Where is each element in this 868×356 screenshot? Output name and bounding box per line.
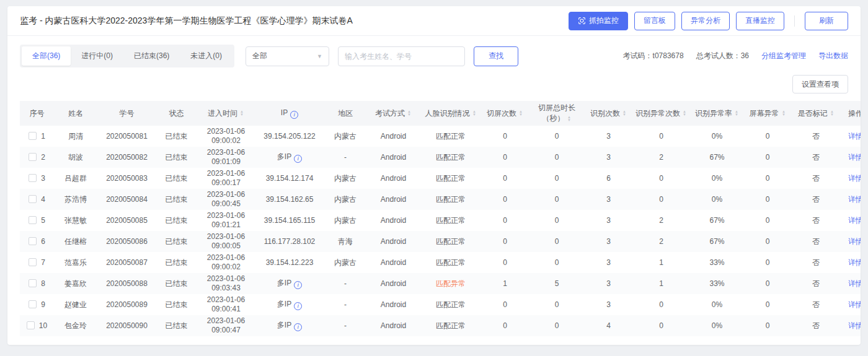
sort-icon[interactable]: ▲▼ bbox=[622, 110, 627, 116]
refresh-button[interactable]: 刷新 bbox=[805, 12, 848, 30]
enter-date: 2023-01-06 bbox=[198, 148, 254, 157]
tab-not-entered[interactable]: 未进入(0) bbox=[180, 46, 232, 66]
table-row: 3吕超群2020050083已结束2023-01-0609:00:1739.15… bbox=[20, 168, 861, 189]
cell-recog-abnormal-count: 1 bbox=[632, 273, 691, 294]
caret-down-icon: ▼ bbox=[240, 114, 244, 116]
live-monitor-button[interactable]: 直播监控 bbox=[736, 12, 784, 30]
sort-icon[interactable]: ▲▼ bbox=[239, 110, 244, 116]
face-status-badge: 匹配正常 bbox=[436, 174, 466, 183]
col-header-13[interactable]: 识别异常次数▲▼ bbox=[632, 101, 691, 126]
anomaly-analysis-button[interactable]: 异常分析 bbox=[681, 12, 730, 30]
cell-switch-count: 0 bbox=[482, 210, 528, 231]
detail-link[interactable]: 详情 bbox=[848, 195, 861, 204]
col-header-14[interactable]: 识别异常率▲▼ bbox=[691, 101, 743, 126]
row-checkbox[interactable] bbox=[29, 195, 37, 203]
col-header-label: 人脸识别情况 bbox=[425, 109, 470, 118]
search-input[interactable] bbox=[338, 46, 465, 66]
search-button[interactable]: 查找 bbox=[474, 46, 518, 66]
cell-recog-abnormal-count: 1 bbox=[632, 252, 691, 273]
detail-link[interactable]: 详情 bbox=[848, 258, 861, 267]
message-board-button[interactable]: 留言板 bbox=[634, 12, 675, 30]
cell-recog-count: 3 bbox=[585, 231, 632, 252]
col-header-15[interactable]: 屏幕异常▲▼ bbox=[743, 101, 792, 126]
col-header-label: 序号 bbox=[30, 109, 45, 118]
enter-date: 2023-01-06 bbox=[198, 295, 254, 305]
sort-icon[interactable]: ▲▼ bbox=[567, 116, 572, 122]
cell-student-id: 2020050081 bbox=[97, 126, 156, 147]
col-header-10[interactable]: 切屏次数▲▼ bbox=[482, 101, 528, 126]
detail-link[interactable]: 详情 bbox=[848, 216, 861, 225]
row-checkbox[interactable] bbox=[29, 279, 37, 287]
row-checkbox[interactable] bbox=[29, 300, 37, 308]
cell-recog-abnormal-rate: 67% bbox=[691, 231, 743, 252]
tab-in-progress[interactable]: 进行中(0) bbox=[71, 46, 123, 66]
status-select[interactable]: 全部 ▼ bbox=[246, 46, 329, 66]
cell-marked: 否 bbox=[792, 315, 840, 336]
col-header-12[interactable]: 识别次数▲▼ bbox=[585, 101, 632, 126]
detail-link[interactable]: 详情 bbox=[848, 237, 861, 246]
cell-recog-count: 3 bbox=[585, 126, 632, 147]
detail-link[interactable]: 详情 bbox=[848, 153, 861, 162]
col-header-label: 是否标记 bbox=[798, 109, 828, 118]
row-checkbox[interactable] bbox=[29, 216, 37, 224]
sort-icon[interactable]: ▲▼ bbox=[682, 110, 687, 116]
detail-link[interactable]: 详情 bbox=[848, 321, 861, 330]
cell-recog-abnormal-rate: 0% bbox=[691, 126, 743, 147]
table-row: 1周清2020050081已结束2023-01-0609:00:0239.154… bbox=[20, 126, 861, 147]
cell-enter-time: 2023-01-0609:00:17 bbox=[197, 168, 255, 189]
detail-link[interactable]: 详情 bbox=[848, 132, 861, 141]
sort-icon[interactable]: ▲▼ bbox=[734, 110, 739, 116]
info-icon[interactable]: i bbox=[294, 281, 302, 289]
detail-link[interactable]: 详情 bbox=[848, 174, 861, 183]
row-checkbox[interactable] bbox=[29, 132, 37, 140]
cell-ip: 多IPi bbox=[255, 315, 324, 336]
sort-icon[interactable]: ▲▼ bbox=[781, 110, 786, 116]
group-manage-link[interactable]: 分组监考管理 bbox=[761, 51, 806, 61]
row-checkbox[interactable] bbox=[29, 153, 37, 161]
sort-icon[interactable]: ▲▼ bbox=[407, 110, 412, 116]
cell-switch-count: 0 bbox=[482, 189, 528, 210]
capture-monitor-button[interactable]: 抓拍监控 bbox=[569, 12, 628, 30]
detail-link[interactable]: 详情 bbox=[848, 300, 861, 309]
export-data-link[interactable]: 导出数据 bbox=[818, 51, 848, 61]
sort-icon[interactable]: ▲▼ bbox=[472, 110, 477, 116]
info-icon[interactable]: i bbox=[294, 155, 302, 163]
col-header-7: 地区 bbox=[324, 101, 367, 126]
col-header-8[interactable]: 考试方式▲▼ bbox=[367, 101, 420, 126]
cell-student-id: 2020050086 bbox=[97, 231, 156, 252]
table-row: 5张慧敏2020050085已结束2023-01-0609:01:2139.15… bbox=[20, 210, 861, 231]
tab-all[interactable]: 全部(36) bbox=[22, 46, 71, 66]
cell-action: 详情 bbox=[840, 210, 861, 231]
cell-enter-time: 2023-01-0609:00:02 bbox=[197, 252, 255, 273]
cell-exam-mode: Android bbox=[367, 168, 420, 189]
detail-link[interactable]: 详情 bbox=[848, 279, 861, 288]
col-header-16[interactable]: 是否标记▲▼ bbox=[792, 101, 840, 126]
capture-monitor-label: 抓拍监控 bbox=[589, 15, 619, 26]
cell-index: 9 bbox=[20, 294, 54, 315]
cell-face-status: 匹配正常 bbox=[420, 210, 482, 231]
row-checkbox[interactable] bbox=[29, 237, 37, 245]
view-settings-button[interactable]: 设置查看项 bbox=[792, 75, 848, 93]
col-header-9[interactable]: 人脸识别情况▲▼ bbox=[420, 101, 482, 126]
tab-finished[interactable]: 已结束(36) bbox=[123, 46, 180, 66]
row-checkbox[interactable] bbox=[29, 174, 37, 182]
face-status-badge: 匹配正常 bbox=[436, 300, 466, 309]
col-header-5[interactable]: 进入时间▲▼ bbox=[197, 101, 255, 126]
examinee-table-wrap: 序号姓名学号状态进入时间▲▼IPi地区考试方式▲▼人脸识别情况▲▼切屏次数▲▼切… bbox=[7, 101, 861, 336]
sort-icon[interactable]: ▲▼ bbox=[518, 110, 523, 116]
col-header-11[interactable]: 切屏总时长（秒）▲▼ bbox=[528, 101, 585, 126]
info-icon[interactable]: i bbox=[294, 302, 302, 310]
cell-action: 详情 bbox=[840, 315, 861, 336]
cell-region: 内蒙古 bbox=[324, 168, 367, 189]
info-icon[interactable]: i bbox=[294, 323, 302, 331]
face-status-badge: 匹配正常 bbox=[436, 216, 466, 225]
proctor-panel: 监考 - 内蒙古医科大学2022-2023学年第一学期生物医学工程《医学心理学》… bbox=[7, 6, 861, 345]
row-checkbox[interactable] bbox=[27, 321, 35, 329]
table-row: 4苏浩博2020050084已结束2023-01-0609:00:4539.15… bbox=[20, 189, 861, 210]
info-icon[interactable]: i bbox=[290, 111, 298, 119]
row-checkbox[interactable] bbox=[29, 258, 37, 266]
sort-icon[interactable]: ▲▼ bbox=[830, 110, 835, 116]
enter-time: 09:00:05 bbox=[198, 241, 254, 251]
col-header-label: 学号 bbox=[120, 109, 135, 118]
table-row: 7范嘉乐2020050087已结束2023-01-0609:00:0239.15… bbox=[20, 252, 861, 273]
